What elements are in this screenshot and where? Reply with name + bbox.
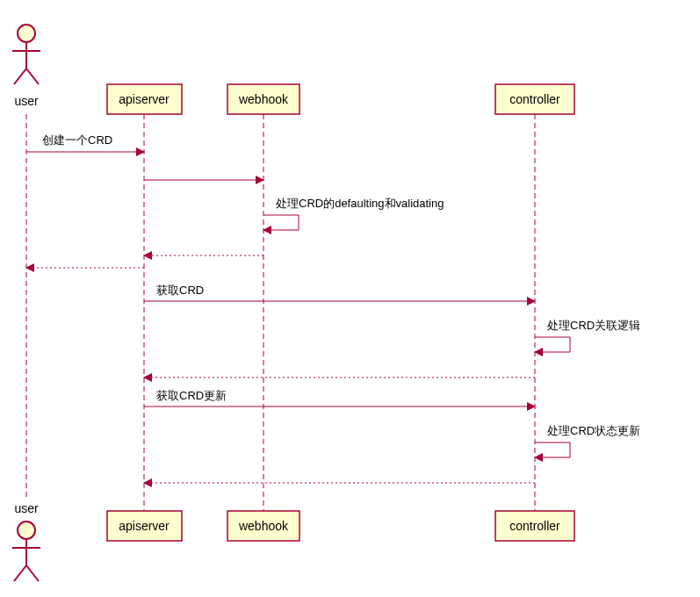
participant-controller-label-top: controller xyxy=(509,92,560,106)
actor-user-label-bottom: user xyxy=(14,501,39,515)
svg-line-4 xyxy=(26,68,39,84)
actor-user-label-top: user xyxy=(14,94,39,108)
svg-line-3 xyxy=(14,68,26,84)
participant-apiserver-top: apiserver xyxy=(107,84,182,114)
svg-point-8 xyxy=(18,521,35,539)
participant-apiserver-label-bottom: apiserver xyxy=(119,519,170,533)
actor-user-bottom: user xyxy=(12,501,40,581)
msg-controller-self1 xyxy=(535,337,570,352)
msg-get-crd-update-label: 获取CRD更新 xyxy=(156,389,227,402)
msg-get-crd-label: 获取CRD xyxy=(156,284,204,297)
svg-point-0 xyxy=(18,25,35,42)
sequence-diagram: user apiserver webhook controller 创建一个CR… xyxy=(0,0,700,597)
msg-webhook-self xyxy=(263,215,299,230)
msg-create-crd-label: 创建一个CRD xyxy=(42,133,112,147)
participant-webhook-label-top: webhook xyxy=(238,92,289,106)
svg-line-12 xyxy=(26,565,39,581)
msg-controller-self2-label: 处理CRD状态更新 xyxy=(547,424,640,437)
participant-apiserver-label-top: apiserver xyxy=(119,92,170,106)
participant-webhook-top: webhook xyxy=(227,84,299,114)
participant-webhook-bottom: webhook xyxy=(227,511,299,541)
participant-controller-label-bottom: controller xyxy=(509,519,560,533)
participant-webhook-label-bottom: webhook xyxy=(238,519,289,533)
participant-controller-bottom: controller xyxy=(495,511,574,541)
msg-webhook-self-label: 处理CRD的defaulting和validating xyxy=(276,197,444,210)
participant-controller-top: controller xyxy=(495,84,574,114)
svg-line-11 xyxy=(14,565,26,581)
msg-controller-self2 xyxy=(535,442,570,457)
msg-controller-self1-label: 处理CRD关联逻辑 xyxy=(547,319,640,332)
participant-apiserver-bottom: apiserver xyxy=(107,511,182,541)
actor-user-top: user xyxy=(12,25,40,108)
